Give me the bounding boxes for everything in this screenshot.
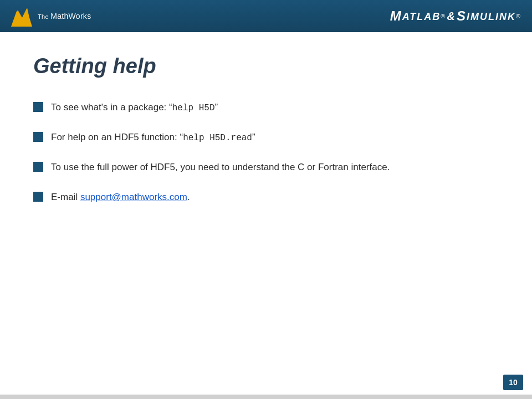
bullet-indicator [33, 102, 43, 112]
header-bar: The MathWorks MATLAB ® & SIMULINK ® [0, 0, 532, 32]
code-snippet: help H5D.read [183, 133, 252, 143]
bullet-text: E-mail support@mathworks.com. [51, 190, 499, 204]
bullet-text: To see what's in a package: “help H5D” [51, 100, 499, 115]
bottom-bar [0, 395, 532, 399]
list-item: To see what's in a package: “help H5D” [33, 100, 499, 115]
logo-area: The MathWorks [11, 6, 91, 27]
bullet-indicator [33, 162, 43, 172]
main-content: Getting help To see what's in a package:… [0, 32, 532, 242]
list-item: For help on an HDF5 function: “help H5D.… [33, 130, 499, 145]
list-item: E-mail support@mathworks.com. [33, 190, 499, 204]
code-snippet: help H5D [172, 103, 215, 113]
ampersand-text: & [447, 10, 455, 23]
bullet-text: For help on an HDF5 function: “help H5D.… [51, 130, 499, 145]
bullet-indicator [33, 192, 43, 202]
matlab-text: MATLAB [390, 8, 441, 24]
email-link[interactable]: support@mathworks.com [80, 192, 187, 202]
mathworks-peak-icon [11, 6, 32, 27]
bullet-text: To use the full power of HDF5, you need … [51, 160, 499, 175]
page-number: 10 [503, 375, 523, 390]
bullet-indicator [33, 132, 43, 142]
matlab-registered: ® [441, 13, 446, 19]
simulink-text: SIMULINK [457, 8, 516, 24]
simulink-registered: ® [516, 13, 521, 19]
mathworks-logo: The MathWorks [38, 12, 91, 21]
bullet-list: To see what's in a package: “help H5D” F… [33, 100, 499, 204]
list-item: To use the full power of HDF5, you need … [33, 160, 499, 175]
page-title: Getting help [33, 54, 499, 78]
company-name-label: The MathWorks [38, 12, 91, 21]
matlab-simulink-logo: MATLAB ® & SIMULINK ® [390, 8, 521, 24]
